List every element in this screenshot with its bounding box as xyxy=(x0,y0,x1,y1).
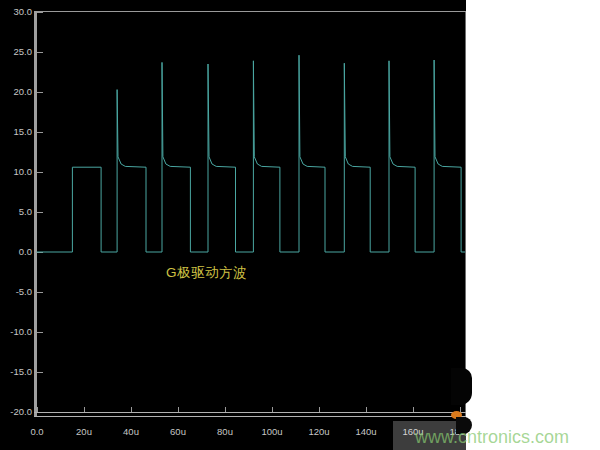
waveform-viewer: 30.025.020.015.010.05.00.0-5.0-10.0-15.0… xyxy=(0,0,600,450)
waveform-trace xyxy=(0,0,600,450)
trace-annotation: G极驱动方波 xyxy=(166,264,247,282)
square-wave-trace xyxy=(37,55,465,252)
watermark-text: www.cntronics.com xyxy=(415,427,569,447)
